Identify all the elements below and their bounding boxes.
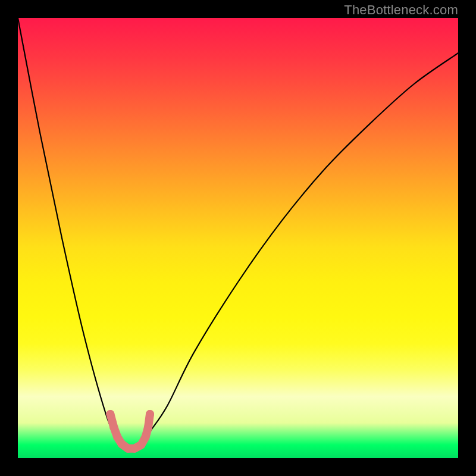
marker-dot [137,441,145,449]
marker-dot [144,423,152,431]
marker-dot [113,433,121,441]
watermark-text: TheBottleneck.com [344,2,458,18]
marker-dot [109,423,118,431]
marker-dot [142,433,150,441]
chart-frame: TheBottleneck.com [0,0,476,476]
marker-dot [106,410,114,418]
data-band-markers [106,410,154,453]
chart-svg [18,18,458,458]
marker-dot [146,410,154,418]
bottleneck-curve-line [18,18,458,449]
plot-area [18,18,458,458]
